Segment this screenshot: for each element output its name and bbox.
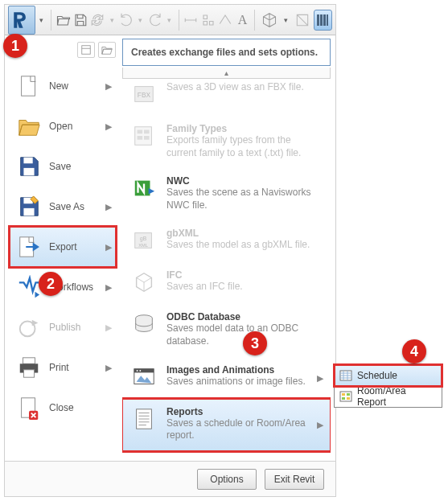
reports-icon <box>131 406 157 432</box>
export-reports[interactable]: ReportsSaves a schedule or Room/Area rep… <box>122 399 331 451</box>
menu-label: Open <box>49 121 110 132</box>
dropdown-icon[interactable]: ▾ <box>281 16 290 24</box>
svg-text:XML: XML <box>138 243 148 248</box>
dropdown-icon[interactable]: ▾ <box>107 16 117 24</box>
app-menu-dropdown-icon[interactable]: ▾ <box>37 16 47 24</box>
export-options[interactable]: OptionsSets export options for CAD and I… <box>122 451 331 458</box>
app-menu-button[interactable] <box>8 6 35 35</box>
button-label: Options <box>210 474 243 485</box>
item-title: NWC <box>166 175 322 187</box>
export-description-text: Creates exchange files and sets options. <box>131 47 318 58</box>
menu-label: New <box>49 80 110 92</box>
new-icon <box>15 72 43 100</box>
print-icon <box>15 354 43 381</box>
reports-flyout: Schedule Room/Area Report <box>334 364 442 408</box>
svg-rect-19 <box>144 136 150 140</box>
publish-icon <box>15 314 43 341</box>
align-icon[interactable] <box>200 11 216 29</box>
open-folder-icon <box>15 113 43 140</box>
flyout-schedule[interactable]: Schedule <box>335 365 442 386</box>
callout-badge-2: 2 <box>39 272 63 296</box>
export-nwc[interactable]: NWCSaves the scene as a Navisworks NWC f… <box>122 168 331 220</box>
item-title: Images and Animations <box>166 364 322 376</box>
room-area-icon <box>339 390 352 403</box>
menu-print[interactable]: Print ▶ <box>10 347 116 388</box>
svg-rect-18 <box>138 136 143 140</box>
item-desc: Saves the scene as a Navisworks NWC file… <box>166 187 322 211</box>
family-types-icon <box>131 123 157 149</box>
scroll-up-button[interactable]: ▴ <box>122 68 331 79</box>
svg-rect-1 <box>22 76 35 96</box>
menu-label: Publish <box>49 322 110 333</box>
flyout-label: Schedule <box>357 370 397 381</box>
text-icon[interactable]: A <box>235 11 250 29</box>
menu-open[interactable]: Open ▶ <box>10 106 116 146</box>
export-family-types[interactable]: Family TypesExports family types from th… <box>122 116 331 168</box>
item-desc: Saves a schedule or Room/Area report. <box>166 417 322 442</box>
menu-workflows[interactable]: Workflows ▶ <box>10 267 116 307</box>
svg-point-27 <box>139 370 141 372</box>
flyout-arrow-icon: ▶ <box>105 322 112 333</box>
menu-save[interactable]: Save <box>10 146 116 187</box>
svg-rect-10 <box>23 370 34 377</box>
menu-new[interactable]: New ▶ <box>10 66 116 106</box>
file-menu-list: New ▶ Open ▶ Save Save As ▶ Export ▶ <box>10 66 116 428</box>
dropdown-icon[interactable]: ▾ <box>136 16 146 24</box>
export-ifc[interactable]: IFCSaves an IFC file. <box>122 262 331 304</box>
section-icon[interactable] <box>292 12 312 28</box>
menu-label: Save As <box>49 201 110 212</box>
menu-close[interactable]: Close <box>10 388 116 428</box>
panel-toggle-button[interactable] <box>314 10 332 31</box>
nwc-icon <box>131 175 157 201</box>
ifc-icon <box>131 269 157 295</box>
button-label: Exit Revit <box>274 474 315 485</box>
odbc-icon <box>131 311 157 337</box>
separator <box>179 10 179 31</box>
item-desc: Saves a 3D view as an FBX file. <box>166 81 322 94</box>
export-gbxml[interactable]: gBXML gbXMLSaves the model as a gbXML fi… <box>122 220 331 262</box>
svg-rect-16 <box>138 130 143 134</box>
svg-point-26 <box>137 370 138 372</box>
menu-export[interactable]: Export ▶ <box>10 227 116 267</box>
svg-rect-34 <box>347 397 350 400</box>
images-icon <box>131 364 157 390</box>
svg-rect-31 <box>342 393 345 396</box>
gbxml-icon: gBXML <box>131 228 157 253</box>
save-icon[interactable] <box>72 11 88 29</box>
export-fbx[interactable]: FBX Saves a 3D view as an FBX file. <box>122 80 331 116</box>
recent-small-icon[interactable] <box>77 42 95 58</box>
item-title: IFC <box>166 269 322 281</box>
options-button[interactable]: Options <box>197 469 257 490</box>
sync-icon[interactable] <box>90 11 105 29</box>
svg-rect-2 <box>23 158 32 164</box>
3d-view-icon[interactable] <box>259 12 279 28</box>
svg-rect-0 <box>82 46 91 55</box>
measure-icon[interactable] <box>183 11 199 29</box>
export-submenu: FBX Saves a 3D view as an FBX file. Fami… <box>122 80 331 458</box>
item-title: ODBC Database <box>166 311 322 322</box>
menu-label: Close <box>49 402 110 413</box>
item-title: gbXML <box>166 228 322 239</box>
menu-publish[interactable]: Publish ▶ <box>10 307 116 347</box>
flyout-room-area[interactable]: Room/Area Report <box>335 386 442 407</box>
flyout-arrow-icon: ▶ <box>105 121 112 132</box>
dim-icon[interactable] <box>218 11 233 29</box>
schedule-icon <box>339 369 352 382</box>
recent-open-icon[interactable] <box>98 42 116 58</box>
close-icon <box>15 394 43 421</box>
export-images[interactable]: Images and AnimationsSaves animations or… <box>122 357 331 399</box>
open-icon[interactable] <box>55 11 71 29</box>
item-desc: Exports family types from the current fa… <box>166 134 322 159</box>
export-odbc[interactable]: ODBC DatabaseSaves model data to an ODBC… <box>122 304 331 356</box>
svg-rect-28 <box>137 409 152 428</box>
redo-icon[interactable] <box>147 11 162 29</box>
menu-saveas[interactable]: Save As ▶ <box>10 187 116 227</box>
item-desc: Saves an IFC file. <box>166 281 322 294</box>
svg-rect-32 <box>347 393 350 396</box>
exit-revit-button[interactable]: Exit Revit <box>265 469 324 490</box>
svg-rect-5 <box>23 208 34 216</box>
callout-badge-1: 1 <box>3 34 27 58</box>
undo-icon[interactable] <box>118 11 134 29</box>
flyout-arrow-icon: ▶ <box>317 372 323 383</box>
dropdown-icon[interactable]: ▾ <box>165 16 175 24</box>
